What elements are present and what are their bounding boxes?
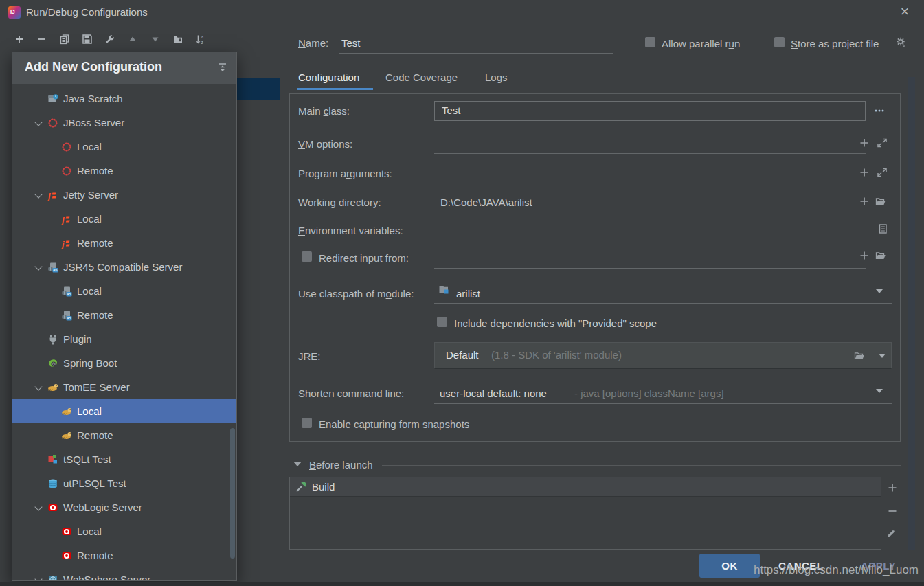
tree-item-tsqlt-test[interactable]: tSQLt Test	[12, 447, 236, 471]
tree-item-weblogic-server[interactable]: WebLogic Server	[12, 495, 236, 519]
jre-value: Default	[446, 349, 479, 361]
folder-icon[interactable]	[875, 250, 886, 261]
tree-item-jboss-remote[interactable]: Remote	[12, 159, 236, 183]
gear-icon[interactable]	[895, 36, 906, 47]
expand-icon[interactable]	[877, 167, 888, 178]
remove-configuration-button[interactable]	[36, 34, 49, 46]
tree-item-jetty-remote[interactable]: jRemote	[12, 231, 236, 255]
redirect-input-input[interactable]	[434, 268, 866, 269]
window-title: Run/Debug Configurations	[26, 6, 148, 18]
sort-configurations-button[interactable]: az	[195, 34, 207, 46]
program-arguments-input[interactable]	[434, 183, 866, 183]
collapse-all-icon[interactable]	[217, 62, 229, 74]
tree-item-websphere-server[interactable]: WebSphere Server	[12, 567, 236, 581]
plus-icon[interactable]	[859, 167, 870, 178]
env-variables-list-icon[interactable]	[877, 223, 888, 234]
weblogic-icon	[61, 526, 72, 537]
plus-icon[interactable]	[859, 137, 870, 148]
main-class-input[interactable]: Test	[434, 101, 866, 121]
plus-icon[interactable]	[859, 196, 870, 207]
tree-item-jsr45-server[interactable]: 45JSR45 Compatible Server	[12, 255, 236, 279]
edit-defaults-button[interactable]	[104, 34, 117, 46]
tree-item-weblogic-remote[interactable]: Remote	[12, 543, 236, 567]
copy-configuration-button[interactable]	[59, 34, 71, 46]
websphere-icon	[47, 574, 58, 581]
tab-logs[interactable]: Logs	[485, 71, 508, 83]
svg-text:45: 45	[67, 292, 71, 296]
store-as-project-file-label: Store as project file	[791, 38, 879, 49]
tree-item-weblogic-local[interactable]: Local	[12, 519, 236, 543]
save-configuration-button[interactable]	[82, 34, 94, 46]
include-provided-checkbox[interactable]	[437, 317, 447, 327]
vm-options-input[interactable]	[434, 153, 866, 154]
module-combobox[interactable]: arilist	[456, 288, 480, 300]
chevron-down-icon[interactable]	[32, 375, 47, 399]
add-configuration-button[interactable]	[14, 34, 26, 46]
svg-text:a: a	[201, 34, 204, 39]
chevron-down-icon[interactable]	[876, 289, 883, 293]
tree-item-jboss-server[interactable]: JBoss Server	[12, 111, 236, 135]
tab-configuration[interactable]: Configuration	[298, 71, 359, 83]
close-icon[interactable]: ×	[895, 3, 914, 22]
name-input[interactable]: Test	[341, 37, 361, 49]
chevron-down-icon[interactable]	[879, 354, 886, 358]
environment-variables-label: Environment variables:	[298, 225, 403, 236]
remove-task-button[interactable]	[887, 506, 899, 518]
popup-header: Add New Configuration	[12, 52, 236, 84]
editor-scrollbar-track[interactable]	[908, 77, 915, 550]
popup-scrollbar-thumb[interactable]	[230, 428, 235, 559]
shorten-command-line-combobox[interactable]: user-local default: none	[440, 387, 547, 399]
folder-icon[interactable]	[854, 350, 865, 361]
tab-code-coverage[interactable]: Code Coverage	[385, 71, 458, 83]
chevron-down-icon[interactable]	[32, 255, 47, 279]
folder-icon[interactable]	[875, 196, 886, 207]
move-up-button[interactable]	[127, 34, 139, 46]
chevron-down-icon[interactable]	[32, 495, 47, 519]
ok-button[interactable]: OK	[699, 554, 760, 578]
tree-item-jsr45-remote[interactable]: 45Remote	[12, 303, 236, 327]
chevron-down-icon[interactable]	[32, 183, 47, 207]
redirect-input-checkbox[interactable]	[302, 251, 312, 262]
jre-combobox[interactable]: Default (1.8 - SDK of 'arilist' module)	[434, 342, 892, 369]
tree-item-jetty-local[interactable]: jLocal	[12, 207, 236, 231]
enable-snapshots-checkbox[interactable]	[302, 418, 312, 428]
plus-icon[interactable]	[859, 250, 870, 261]
jetty-icon: j	[47, 190, 58, 201]
browse-ellipsis-icon[interactable]	[874, 105, 885, 116]
tree-item-plugin[interactable]: Plugin	[12, 327, 236, 351]
tomee-icon	[47, 382, 58, 393]
jboss-icon	[47, 117, 58, 128]
before-launch-item-build[interactable]: Build	[290, 477, 881, 497]
enable-snapshots-label: Enable capturing form snapshots	[319, 418, 469, 430]
tree-item-spring-boot[interactable]: Spring Boot	[12, 351, 236, 375]
name-input-underline	[339, 53, 613, 54]
tree-item-utplsql-test[interactable]: utPLSQL Test	[12, 471, 236, 495]
before-launch-collapse-icon[interactable]	[293, 462, 302, 466]
tree-item-tomee-remote[interactable]: Remote	[12, 423, 236, 447]
environment-variables-input[interactable]	[434, 240, 866, 240]
tsqlt-icon	[47, 454, 58, 465]
allow-parallel-run-checkbox[interactable]	[645, 37, 655, 47]
tree-item-jetty-server[interactable]: jJetty Server	[12, 183, 236, 207]
chevron-down-icon[interactable]	[32, 567, 47, 581]
new-folder-button[interactable]	[172, 34, 185, 46]
store-as-project-file-checkbox[interactable]	[774, 37, 785, 47]
edit-task-button[interactable]	[886, 528, 899, 540]
tree-item-jboss-local[interactable]: Local	[12, 135, 236, 159]
tree-item-jsr45-local[interactable]: 45Local	[12, 279, 236, 303]
title-bar: Run/Debug Configurations ×	[0, 0, 924, 25]
module-folder-icon	[438, 284, 449, 295]
tree-item-tomee-server[interactable]: TomEE Server	[12, 375, 236, 399]
svg-text:45: 45	[67, 316, 71, 320]
add-task-button[interactable]	[887, 482, 899, 495]
tomee-icon	[61, 406, 72, 417]
chevron-down-icon[interactable]	[32, 111, 47, 135]
move-down-button[interactable]	[150, 34, 162, 46]
working-directory-input[interactable]: D:\Code\JAVA\arilist	[440, 196, 532, 208]
tree-item-java-scratch[interactable]: Java Scratch	[12, 87, 236, 111]
before-launch-list: Build	[289, 477, 881, 550]
expand-icon[interactable]	[877, 137, 888, 148]
tree-item-tomee-local[interactable]: Local	[12, 399, 236, 423]
before-launch-divider	[382, 465, 901, 466]
chevron-down-icon[interactable]	[876, 389, 883, 393]
